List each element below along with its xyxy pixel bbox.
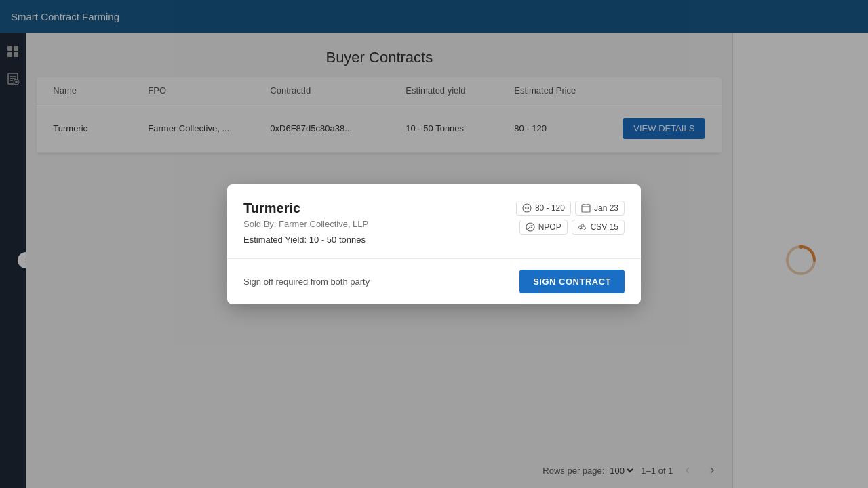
csv-badge-label: CSV 15 [591,222,618,232]
modal-top: Turmeric Sold By: Farmer Collective, LLP… [227,184,641,258]
modal-overlay: Turmeric Sold By: Farmer Collective, LLP… [0,0,868,488]
sign-off-text: Sign off required from both party [243,277,370,287]
badge-row-2: NPOP CSV 15 [519,220,625,235]
sign-contract-button[interactable]: SIGN CONTRACT [519,270,625,293]
calendar-icon [581,203,591,213]
contract-modal: Turmeric Sold By: Farmer Collective, LLP… [227,184,641,304]
svg-point-13 [523,204,531,212]
modal-title: Turmeric [243,201,368,216]
price-badge: 80 - 120 [516,201,571,216]
modal-header-row: Turmeric Sold By: Farmer Collective, LLP… [243,201,625,245]
modal-footer: Sign off required from both party SIGN C… [227,259,641,304]
csv-badge: CSV 15 [572,220,625,235]
modal-badges: 80 - 120 Jan 23 [516,201,625,235]
modal-left: Turmeric Sold By: Farmer Collective, LLP… [243,201,368,245]
badge-row-1: 80 - 120 Jan 23 [516,201,625,216]
price-icon [522,203,532,213]
date-badge: Jan 23 [575,201,625,216]
npop-badge: NPOP [519,220,568,235]
npop-badge-label: NPOP [538,222,561,232]
leaf-icon [526,222,535,232]
modal-yield: Estimated Yield: 10 - 50 tonnes [243,235,368,245]
recycle-icon [578,222,587,232]
modal-subtitle: Sold By: Farmer Collective, LLP [243,219,368,229]
svg-rect-14 [582,205,590,212]
price-badge-label: 80 - 120 [535,203,565,213]
date-badge-label: Jan 23 [594,203,618,213]
